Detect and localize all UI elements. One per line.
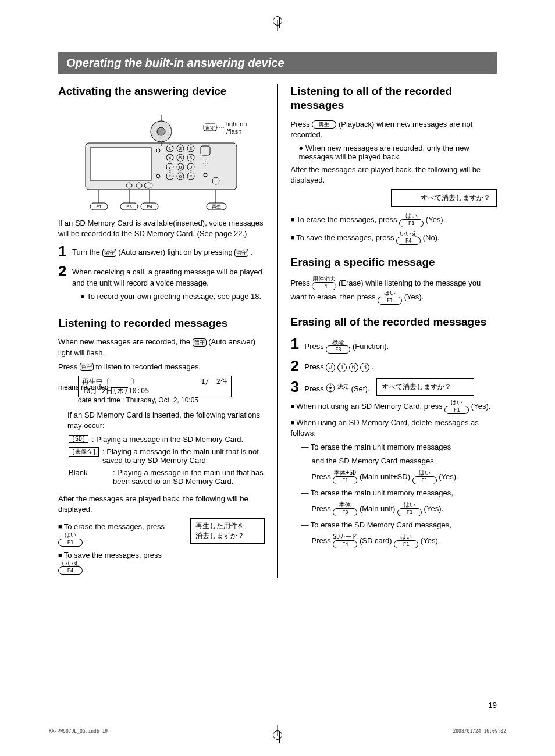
svg-text:F1: F1	[97, 204, 102, 209]
heading-erase-one: Erasing a specific message	[290, 255, 497, 269]
with-sd-row: ■ When using an SD Memory Card, delete m…	[290, 418, 497, 438]
sd-note: If an SD Memory Card is available(insert…	[58, 218, 265, 239]
key-6: 6	[349, 363, 358, 372]
erase-row-r: ■ To erase the messages, press はい F1 (Ye…	[290, 213, 497, 227]
no-sd-row: ■ When not using an SD Memory Card, pres…	[290, 400, 497, 414]
two-column-layout: Activating the answering device 1 2 3	[58, 84, 497, 578]
erase-all-step-2: 2 Press # 1 6 3 .	[290, 358, 497, 373]
auto-answer-button-icon: 留守	[234, 249, 248, 257]
listen-all-bullet: When new messages are recorded, only the…	[298, 144, 497, 161]
svg-rect-1	[90, 148, 151, 180]
auto-answer-button-icon: 留守	[80, 363, 94, 371]
svg-text:1: 1	[169, 146, 172, 151]
prompt-erase-played: 再生した用件を 消去しますか？	[190, 518, 265, 544]
key-hash: #	[326, 363, 335, 372]
svg-text:F4: F4	[147, 204, 153, 209]
step-2: 2 When receiving a call, a greeting mess…	[58, 263, 265, 306]
prompt-erase-all-2: すべて消去しますか？	[376, 378, 474, 396]
prompt-erase-all: すべて消去しますか？	[391, 189, 497, 207]
f1-yes-key: はい F1	[444, 400, 469, 414]
svg-text:2: 2	[179, 146, 182, 151]
set-icon	[326, 383, 335, 396]
listen-all-press: Press 再生 (Playback) when new messages ar…	[290, 119, 497, 140]
svg-point-3	[157, 127, 165, 135]
f1-yes-key: はい F1	[378, 290, 402, 305]
heading-erase-all: Erasing all of the recorded messages	[290, 315, 497, 329]
auto-answer-icon: 留守	[102, 249, 116, 257]
f1-yes-key: はい F1	[412, 470, 437, 484]
svg-point-55	[329, 387, 332, 389]
save-row-r: ■ To save the messages, press いいえ F4 (No…	[290, 231, 497, 245]
svg-text:＊: ＊	[168, 174, 172, 179]
means-recorded-label: means recorded	[58, 383, 109, 391]
f4-sdcard-key: SDカード F4	[333, 534, 357, 548]
f1-yes-key: はい F1	[58, 532, 83, 547]
save-row: ■ To save the messages, press いいえ F4 .	[58, 550, 184, 575]
step-number: 1	[58, 244, 69, 259]
heading-activate: Activating the answering device	[58, 84, 265, 98]
f1-yes-key: はい F1	[394, 534, 418, 548]
listen-intro: When new messages are recorded, the 留守 (…	[58, 337, 265, 358]
f1-yes-key: はい F1	[397, 502, 422, 516]
svg-text:0: 0	[179, 174, 182, 179]
erase-one-instr: Press 用件消去 F4 (Erase) while listening to…	[290, 276, 497, 305]
dash-2: — To erase the main unit memory messages…	[301, 488, 497, 498]
svg-text:#: #	[190, 174, 193, 179]
svg-text:8: 8	[179, 165, 182, 170]
dash-1-press: Press 本体+SD F1 (Main unit+SD) はい F1 (Yes…	[311, 470, 497, 484]
device-illustration: 1 2 3 4 5 6 7 8 9 ＊ 0 #	[74, 105, 248, 210]
svg-text:3: 3	[190, 146, 193, 151]
after-playback-right: After the messages are played back, the …	[290, 165, 497, 186]
svg-text:再生: 再生	[212, 204, 221, 209]
section-title: Operating the built-in answering device	[58, 52, 497, 74]
f1-yes-key: はい F1	[399, 213, 424, 227]
playback-key: 再生	[312, 120, 336, 129]
svg-text:5: 5	[179, 155, 182, 161]
page-number: 19	[489, 701, 497, 709]
step-2-bullet: To record your own greeting message, see…	[80, 291, 265, 302]
footer-meta: KX-PW607DL_QG.indb 19 2008/01/24 16:09:0…	[49, 729, 506, 734]
footer-right: 2008/01/24 16:09:02	[453, 729, 506, 734]
key-1: 1	[337, 363, 347, 372]
footer-left: KX-PW607DL_QG.indb 19	[49, 729, 108, 734]
dash-1: — To erase the main unit memory messages	[301, 442, 497, 452]
dash-3-press: Press SDカード F4 (SD card) はい F1 (Yes).	[311, 534, 497, 548]
unsaved-tag: [未保存]	[69, 447, 99, 457]
column-divider	[278, 84, 278, 578]
f4-no-key: いいえ F4	[58, 561, 83, 575]
after-playback-note: After the messages are played back, the …	[58, 494, 265, 515]
key-3: 3	[360, 363, 369, 372]
erase-all-step-3: 3 Press 決定 (Set). すべて消去しますか？	[290, 378, 497, 396]
left-column: Activating the answering device 1 2 3	[58, 84, 265, 578]
heading-listen-all: Listening to all of the recorded message…	[290, 84, 497, 112]
f3-main-key: 本体 F3	[333, 502, 357, 516]
lcd-date-en: date and time : Thursday, Oct. 2, 10:05	[78, 396, 265, 404]
f4-erase-key: 用件消去 F4	[312, 276, 336, 291]
erase-row: ■ To erase the messages, press はい F1 .	[58, 522, 184, 547]
svg-text:9: 9	[190, 165, 193, 170]
step-number: 2	[58, 263, 69, 279]
svg-text:F3: F3	[127, 204, 133, 209]
heading-listen: Listening to recorded messages	[58, 316, 265, 330]
svg-text:留守: 留守	[205, 125, 215, 130]
sd-tag: [SD]	[69, 435, 88, 443]
blank-tag: Blank	[69, 468, 109, 477]
dash-2-press: Press 本体 F3 (Main unit) はい F1 (Yes).	[311, 502, 497, 516]
svg-text:7: 7	[169, 165, 172, 170]
sd-variations-note: If an SD Memory Card is inserted, the fo…	[67, 410, 265, 431]
svg-text:6: 6	[190, 155, 193, 161]
f3-function-key: 機能 F3	[326, 340, 350, 354]
svg-text:/flash: /flash	[226, 128, 241, 135]
f1-main-sd-key: 本体+SD F1	[333, 470, 357, 484]
right-column: Listening to all of the recorded message…	[290, 84, 497, 578]
step-1: 1 Turn the 留守 (Auto answer) light on by …	[58, 244, 265, 259]
svg-text:4: 4	[169, 155, 172, 161]
erase-all-step-1: 1 Press 機能 F3 (Function).	[290, 336, 497, 354]
svg-text:light on: light on	[226, 120, 247, 127]
listen-press: Press 留守 to listen to recorded messages.	[58, 362, 265, 372]
dash-3: — To erase the SD Memory Card messages,	[301, 520, 497, 530]
auto-answer-icon: 留守	[193, 338, 207, 347]
page: Operating the built-in answering device …	[0, 0, 555, 756]
f4-no-key: いいえ F4	[396, 231, 421, 245]
